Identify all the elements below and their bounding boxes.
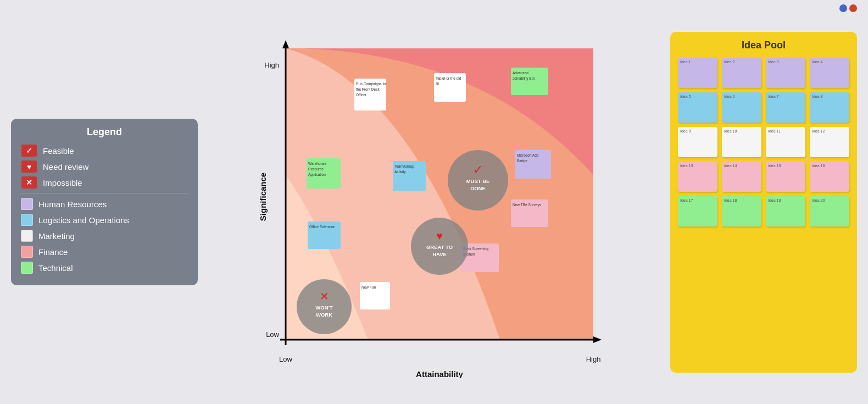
need-review-label: Need review	[43, 162, 88, 171]
legend-panel: Legend ✓ Feasible ♥ Need review ✕ Imposs…	[11, 119, 198, 285]
top-dots-decoration	[839, 4, 857, 12]
list-item[interactable]: Idea 18	[722, 196, 761, 226]
dot-red	[849, 4, 857, 12]
svg-text:Office Extension: Office Extension	[309, 225, 336, 229]
legend-impossible: ✕ Impossible	[21, 176, 188, 189]
svg-text:New Fun: New Fun	[361, 285, 376, 289]
svg-text:WON'T: WON'T	[315, 305, 332, 311]
svg-text:GREAT TO: GREAT TO	[426, 244, 453, 250]
svg-text:Resource: Resource	[308, 167, 324, 171]
feasible-icon: ✓	[21, 145, 37, 157]
finance-label: Finance	[38, 247, 68, 257]
list-item[interactable]: Idea 20	[810, 196, 849, 226]
idea-pool-title: Idea Pool	[678, 40, 849, 51]
list-item[interactable]: Idea 1	[678, 58, 717, 88]
svg-text:Attainability: Attainability	[416, 369, 463, 378]
legend-technical: Technical	[21, 262, 188, 274]
svg-text:Advanced: Advanced	[513, 71, 528, 75]
list-item[interactable]: Idea 11	[766, 127, 805, 157]
legend-need-review: ♥ Need review	[21, 161, 188, 173]
x-icon: ✕	[21, 176, 37, 189]
legend-feasible: ✓ Feasible	[21, 145, 188, 157]
chart-svg: High Low Low High Significance Attainabi…	[258, 37, 610, 378]
svg-marker-11	[593, 336, 602, 343]
list-item[interactable]: Idea 19	[766, 196, 805, 226]
legend-logistics: Logistics and Operations	[21, 214, 188, 226]
list-item[interactable]: Idea 2	[722, 58, 761, 88]
svg-text:✕: ✕	[320, 290, 329, 302]
svg-text:Microsoft Add: Microsoft Add	[517, 153, 539, 157]
list-item[interactable]: Idea 15	[766, 162, 805, 192]
svg-text:Run Campaigns for: Run Campaigns for	[356, 82, 387, 86]
svg-text:✕: ✕	[26, 178, 32, 187]
chart-container: High Low Low High Significance Attainabi…	[198, 37, 670, 367]
svg-text:Badge: Badge	[517, 159, 527, 163]
idea-pool-panel: Idea Pool Idea 1 Idea 2 Idea 3 Idea 4 Id…	[670, 32, 857, 373]
svg-text:✓: ✓	[473, 163, 483, 176]
list-item[interactable]: Idea 16	[810, 162, 849, 192]
svg-text:Low: Low	[279, 355, 292, 363]
list-item[interactable]: Idea 12	[810, 127, 849, 157]
legend-marketing: Marketing	[21, 230, 188, 242]
list-item[interactable]: Idea 5	[678, 92, 717, 123]
heart-icon: ♥	[21, 161, 37, 173]
technical-color	[21, 262, 33, 274]
svg-text:Significance: Significance	[258, 172, 268, 220]
dot-blue	[839, 4, 847, 12]
impossible-label: Impossible	[43, 178, 82, 187]
svg-text:Tablet or the old: Tablet or the old	[436, 76, 461, 80]
svg-marker-9	[282, 40, 289, 48]
legend-hr: Human Resources	[21, 198, 188, 210]
chart-area: High Low Low High Significance Attainabi…	[258, 37, 610, 367]
svg-text:Low: Low	[266, 330, 279, 339]
svg-text:✓: ✓	[26, 146, 32, 155]
logistics-color	[21, 214, 33, 226]
list-item[interactable]: Idea 8	[810, 92, 849, 123]
list-item[interactable]: Idea 17	[678, 196, 717, 226]
svg-text:Officer: Officer	[356, 93, 367, 97]
legend-finance: Finance	[21, 246, 188, 258]
technical-label: Technical	[38, 263, 73, 273]
svg-text:WORK: WORK	[316, 312, 332, 318]
list-item[interactable]: Idea 6	[722, 92, 761, 123]
svg-text:Activity: Activity	[394, 170, 406, 174]
svg-text:BI: BI	[436, 82, 439, 86]
feasible-label: Feasible	[43, 146, 74, 156]
idea-pool-grid: Idea 1 Idea 2 Idea 3 Idea 4 Idea 5 Idea …	[678, 58, 849, 226]
svg-text:HAVE: HAVE	[432, 251, 447, 257]
legend-title: Legend	[21, 126, 188, 138]
logistics-label: Logistics and Operations	[38, 215, 129, 225]
svg-text:High: High	[586, 355, 601, 363]
svg-text:the Front Desk: the Front Desk	[356, 87, 380, 91]
list-item[interactable]: Idea 7	[766, 92, 805, 123]
marketing-color	[21, 230, 33, 242]
hr-label: Human Resources	[38, 200, 107, 209]
list-item[interactable]: Idea 3	[766, 58, 805, 88]
finance-color	[21, 246, 33, 258]
list-item[interactable]: Idea 10	[722, 127, 761, 157]
svg-text:Joinability Bot: Joinability Bot	[513, 76, 535, 81]
list-item[interactable]: Idea 13	[678, 162, 717, 192]
list-item[interactable]: Idea 14	[722, 162, 761, 192]
hr-color	[21, 198, 33, 210]
svg-text:Warehouse: Warehouse	[308, 162, 326, 165]
svg-text:Team/Group: Team/Group	[394, 164, 414, 169]
svg-text:♥: ♥	[436, 230, 443, 242]
list-item[interactable]: Idea 9	[678, 127, 717, 157]
svg-text:New TBe Surveys: New TBe Surveys	[513, 203, 542, 207]
marketing-label: Marketing	[38, 231, 75, 241]
list-item[interactable]: Idea 4	[810, 58, 849, 88]
svg-text:MUST BE: MUST BE	[466, 178, 490, 184]
svg-text:Application: Application	[308, 173, 326, 177]
svg-text:DONE: DONE	[470, 185, 485, 191]
svg-text:♥: ♥	[27, 163, 31, 171]
svg-text:High: High	[264, 61, 279, 69]
